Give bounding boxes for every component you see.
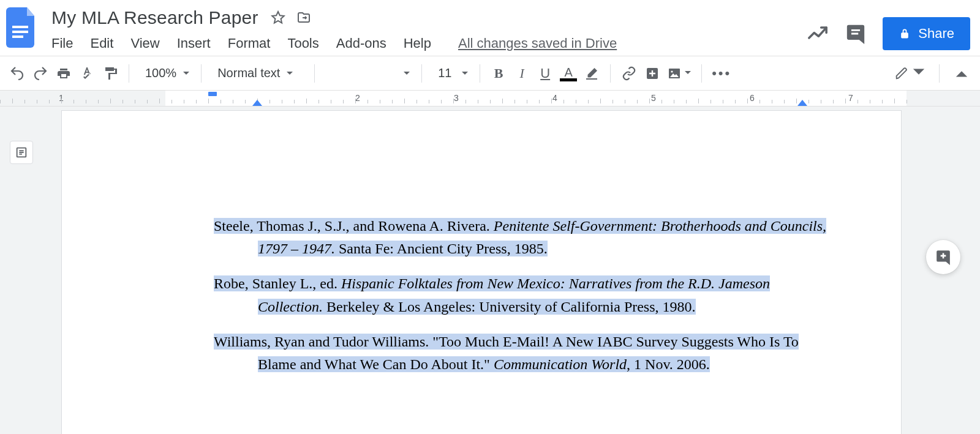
redo-icon[interactable] [29,62,51,84]
ruler-tick [245,100,246,103]
bold-button[interactable]: B [488,62,510,84]
menu-format[interactable]: Format [219,33,279,54]
citation-title: Communication World [494,356,627,372]
ruler-tick [417,100,417,103]
chevron-down-icon [684,68,692,79]
insert-link-icon[interactable] [618,62,640,84]
font-dropdown[interactable] [322,62,414,84]
ruler-tick [588,100,589,103]
ruler-tick [723,100,723,103]
right-indent-marker[interactable] [797,100,807,106]
saved-status[interactable]: All changes saved in Drive [458,36,617,51]
docs-logo-icon[interactable] [6,7,38,48]
ruler-tick [637,100,638,103]
menu-addons[interactable]: Add-ons [328,33,395,54]
paragraph-style-value: Normal text [217,66,280,80]
menu-edit[interactable]: Edit [81,33,122,54]
ruler-tick [221,100,221,103]
ruler-num-3: 3 [454,93,459,103]
doc-title[interactable]: My MLA Research Paper [49,6,261,29]
italic-button[interactable]: I [511,62,533,84]
menu-insert[interactable]: Insert [168,33,219,54]
print-icon[interactable] [53,62,75,84]
citation-entry[interactable]: Steele, Thomas J., S.J., and Rowena A. R… [214,215,829,260]
ruler-tick [625,100,625,103]
ruler-tick [698,99,699,103]
more-toolbar-icon[interactable]: ••• [709,62,734,84]
underline-button[interactable]: U [534,62,556,84]
share-button[interactable]: Share [883,17,970,50]
menu-file[interactable]: File [49,33,81,54]
ruler-tick [466,100,466,103]
citation-entry[interactable]: Williams, Ryan and Tudor Williams. "Too … [214,331,829,376]
chevron-down-icon [403,66,410,80]
left-indent-marker[interactable] [252,100,262,106]
document-page[interactable]: Steele, Thomas J., S.J., and Rowena A. R… [61,110,902,434]
ruler-tick [147,100,148,103]
move-to-folder-icon[interactable] [295,9,312,26]
undo-icon[interactable] [6,62,28,84]
ruler-tick [282,100,282,103]
ruler-tick [809,100,809,103]
ruler-tick [110,99,111,103]
ruler-tick [318,100,319,103]
editing-mode-dropdown[interactable] [892,62,928,84]
ruler-tick [380,100,380,103]
ruler-tick [0,100,1,103]
ruler-tick [478,100,478,103]
first-line-indent-marker[interactable] [208,92,217,96]
horizontal-ruler[interactable]: 1 2 3 4 5 6 7 [0,91,980,107]
text-color-button[interactable]: A [557,62,579,84]
activity-icon[interactable] [807,23,829,45]
ruler-tick [821,100,821,103]
zoom-dropdown[interactable]: 100% [137,62,194,84]
ruler-tick [270,100,270,103]
comments-icon[interactable] [845,23,867,45]
ruler-tick [784,100,785,103]
ruler-tick [233,100,233,103]
menu-tools[interactable]: Tools [279,33,327,54]
ruler-num-6: 6 [750,93,755,103]
insert-image-icon[interactable] [665,62,694,84]
menu-view[interactable]: View [122,33,168,54]
ruler-tick [796,99,797,103]
paint-format-icon[interactable] [99,62,121,84]
ruler-tick [159,99,160,103]
chevron-down-icon [912,65,925,81]
ruler-tick [172,100,172,103]
font-size-dropdown[interactable]: 11 [429,62,472,84]
ruler-tick [306,99,307,103]
ruler-tick [662,100,662,103]
ruler-tick [74,100,74,103]
chevron-down-icon [183,66,190,80]
star-icon[interactable] [270,9,287,26]
collapse-toolbar-icon[interactable] [951,62,973,84]
ruler-tick [61,99,62,103]
lock-icon [899,28,911,40]
highlight-button[interactable] [581,62,603,84]
font-size-value: 11 [438,66,451,80]
toolbar: 100% Normal text 11 B I U A [0,56,980,91]
menu-help[interactable]: Help [395,33,440,54]
chevron-down-icon [461,66,469,80]
ruler-tick [502,99,503,103]
ruler-tick [441,100,442,103]
zoom-value: 100% [145,66,176,80]
ruler-tick [735,100,736,103]
ruler-tick [453,99,454,103]
ruler-tick [208,99,209,103]
ruler-tick [490,100,491,103]
spellcheck-icon[interactable] [76,62,98,84]
document-outline-icon[interactable] [10,141,33,164]
paragraph-style-dropdown[interactable]: Normal text [209,62,307,84]
ruler-tick [514,100,515,103]
ruler-tick [12,99,13,103]
citation-publisher: Berkeley & Los Angeles: University of Ca… [323,299,696,315]
ruler-num-2: 2 [355,93,360,103]
explore-add-comment-fab[interactable] [926,240,960,274]
citation-entry[interactable]: Robe, Stanley L., ed. Hispanic Folktales… [214,272,829,318]
ruler-tick [710,100,711,103]
more-label: ••• [712,65,731,81]
add-comment-icon[interactable] [641,62,663,84]
ruler-tick [612,100,613,103]
